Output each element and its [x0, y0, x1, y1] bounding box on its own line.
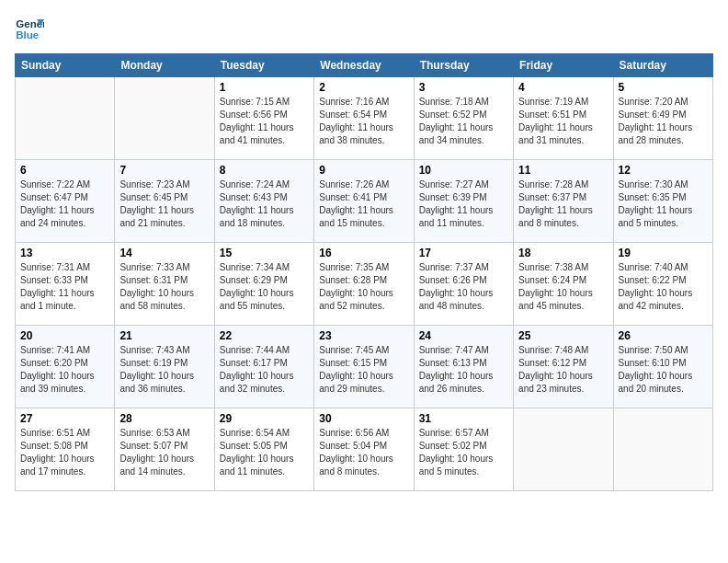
day-detail: Sunrise: 7:31 AMSunset: 6:33 PMDaylight:… [20, 261, 109, 313]
calendar-cell: 14Sunrise: 7:33 AMSunset: 6:31 PMDayligh… [115, 243, 214, 326]
day-number: 23 [319, 329, 408, 342]
calendar-cell: 24Sunrise: 7:47 AMSunset: 6:13 PMDayligh… [414, 326, 513, 408]
day-number: 14 [119, 247, 209, 259]
day-detail: Sunrise: 7:24 AMSunset: 6:43 PMDaylight:… [220, 178, 309, 230]
calendar-cell: 20Sunrise: 7:41 AMSunset: 6:20 PMDayligh… [16, 326, 115, 408]
day-detail: Sunrise: 6:51 AMSunset: 5:08 PMDaylight:… [20, 427, 109, 478]
day-detail: Sunrise: 7:15 AMSunset: 6:56 PMDaylight:… [220, 96, 309, 147]
calendar-cell: 21Sunrise: 7:43 AMSunset: 6:19 PMDayligh… [115, 326, 214, 408]
calendar-cell: 6Sunrise: 7:22 AMSunset: 6:47 PMDaylight… [16, 160, 115, 243]
day-number: 18 [518, 247, 608, 259]
day-number: 3 [419, 81, 508, 94]
calendar-cell: 17Sunrise: 7:37 AMSunset: 6:26 PMDayligh… [414, 243, 513, 326]
day-number: 9 [319, 164, 408, 177]
day-detail: Sunrise: 6:57 AMSunset: 5:02 PMDaylight:… [419, 427, 508, 478]
calendar-cell: 19Sunrise: 7:40 AMSunset: 6:22 PMDayligh… [613, 243, 712, 326]
page-header: General Blue [15, 15, 713, 44]
calendar-cell: 25Sunrise: 7:48 AMSunset: 6:12 PMDayligh… [514, 326, 613, 408]
day-number: 11 [518, 164, 608, 177]
day-number: 5 [619, 81, 708, 94]
day-number: 15 [220, 247, 309, 259]
day-detail: Sunrise: 7:50 AMSunset: 6:10 PMDaylight:… [619, 344, 708, 396]
day-detail: Sunrise: 7:44 AMSunset: 6:17 PMDaylight:… [220, 344, 309, 396]
day-detail: Sunrise: 7:45 AMSunset: 6:15 PMDaylight:… [319, 344, 408, 396]
logo: General Blue [15, 15, 44, 44]
day-number: 27 [20, 412, 109, 425]
calendar-cell: 15Sunrise: 7:34 AMSunset: 6:29 PMDayligh… [214, 243, 313, 326]
day-number: 28 [119, 412, 209, 425]
day-detail: Sunrise: 7:28 AMSunset: 6:37 PMDaylight:… [518, 178, 608, 230]
day-number: 8 [220, 164, 309, 177]
calendar-cell: 27Sunrise: 6:51 AMSunset: 5:08 PMDayligh… [16, 408, 115, 491]
weekday-header: Friday [514, 54, 613, 77]
day-number: 31 [419, 412, 508, 425]
calendar-cell: 8Sunrise: 7:24 AMSunset: 6:43 PMDaylight… [214, 160, 313, 243]
svg-text:Blue: Blue [16, 29, 40, 40]
day-detail: Sunrise: 7:20 AMSunset: 6:49 PMDaylight:… [619, 96, 708, 147]
day-number: 26 [619, 329, 708, 342]
day-number: 24 [419, 329, 508, 342]
calendar-cell: 23Sunrise: 7:45 AMSunset: 6:15 PMDayligh… [314, 326, 414, 408]
weekday-header: Saturday [613, 54, 712, 77]
calendar-cell: 28Sunrise: 6:53 AMSunset: 5:07 PMDayligh… [115, 408, 214, 491]
day-detail: Sunrise: 7:38 AMSunset: 6:24 PMDaylight:… [518, 261, 608, 313]
calendar-cell: 13Sunrise: 7:31 AMSunset: 6:33 PMDayligh… [16, 243, 115, 326]
weekday-header: Monday [115, 54, 214, 77]
calendar-cell: 22Sunrise: 7:44 AMSunset: 6:17 PMDayligh… [214, 326, 313, 408]
day-detail: Sunrise: 7:33 AMSunset: 6:31 PMDaylight:… [119, 261, 209, 313]
calendar-cell [613, 408, 712, 491]
day-detail: Sunrise: 6:56 AMSunset: 5:04 PMDaylight:… [319, 427, 408, 478]
day-number: 25 [518, 329, 608, 342]
day-detail: Sunrise: 7:16 AMSunset: 6:54 PMDaylight:… [319, 96, 408, 147]
day-detail: Sunrise: 7:48 AMSunset: 6:12 PMDaylight:… [518, 344, 608, 396]
calendar-table: SundayMondayTuesdayWednesdayThursdayFrid… [15, 53, 713, 491]
calendar-cell: 5Sunrise: 7:20 AMSunset: 6:49 PMDaylight… [613, 77, 712, 160]
weekday-header: Wednesday [314, 54, 414, 77]
day-number: 10 [419, 164, 508, 177]
day-detail: Sunrise: 7:27 AMSunset: 6:39 PMDaylight:… [419, 178, 508, 230]
day-detail: Sunrise: 7:35 AMSunset: 6:28 PMDaylight:… [319, 261, 408, 313]
calendar-cell: 16Sunrise: 7:35 AMSunset: 6:28 PMDayligh… [314, 243, 414, 326]
day-number: 16 [319, 247, 408, 259]
day-number: 30 [319, 412, 408, 425]
day-number: 20 [20, 329, 109, 342]
calendar-cell: 7Sunrise: 7:23 AMSunset: 6:45 PMDaylight… [115, 160, 214, 243]
calendar-cell: 2Sunrise: 7:16 AMSunset: 6:54 PMDaylight… [314, 77, 414, 160]
calendar-cell: 10Sunrise: 7:27 AMSunset: 6:39 PMDayligh… [414, 160, 513, 243]
calendar-cell: 29Sunrise: 6:54 AMSunset: 5:05 PMDayligh… [214, 408, 313, 491]
calendar-cell: 18Sunrise: 7:38 AMSunset: 6:24 PMDayligh… [514, 243, 613, 326]
day-detail: Sunrise: 7:34 AMSunset: 6:29 PMDaylight:… [220, 261, 309, 313]
calendar-cell: 31Sunrise: 6:57 AMSunset: 5:02 PMDayligh… [414, 408, 513, 491]
day-number: 6 [20, 164, 109, 177]
day-detail: Sunrise: 7:22 AMSunset: 6:47 PMDaylight:… [20, 178, 109, 230]
weekday-header: Tuesday [214, 54, 313, 77]
calendar-cell [514, 408, 613, 491]
day-number: 13 [20, 247, 109, 259]
day-number: 22 [220, 329, 309, 342]
day-detail: Sunrise: 7:40 AMSunset: 6:22 PMDaylight:… [619, 261, 708, 313]
calendar-cell [16, 77, 115, 160]
calendar-cell: 9Sunrise: 7:26 AMSunset: 6:41 PMDaylight… [314, 160, 414, 243]
weekday-header: Sunday [16, 54, 115, 77]
calendar-cell: 26Sunrise: 7:50 AMSunset: 6:10 PMDayligh… [613, 326, 712, 408]
day-detail: Sunrise: 7:30 AMSunset: 6:35 PMDaylight:… [619, 178, 708, 230]
day-detail: Sunrise: 6:53 AMSunset: 5:07 PMDaylight:… [119, 427, 209, 478]
day-detail: Sunrise: 7:23 AMSunset: 6:45 PMDaylight:… [119, 178, 209, 230]
day-number: 7 [119, 164, 209, 177]
calendar-cell [115, 77, 214, 160]
calendar-cell: 30Sunrise: 6:56 AMSunset: 5:04 PMDayligh… [314, 408, 414, 491]
day-number: 1 [220, 81, 309, 94]
calendar-cell: 11Sunrise: 7:28 AMSunset: 6:37 PMDayligh… [514, 160, 613, 243]
calendar-cell: 3Sunrise: 7:18 AMSunset: 6:52 PMDaylight… [414, 77, 513, 160]
day-number: 19 [619, 247, 708, 259]
day-number: 4 [518, 81, 608, 94]
day-number: 17 [419, 247, 508, 259]
day-number: 21 [119, 329, 209, 342]
day-detail: Sunrise: 7:18 AMSunset: 6:52 PMDaylight:… [419, 96, 508, 147]
calendar-cell: 1Sunrise: 7:15 AMSunset: 6:56 PMDaylight… [214, 77, 313, 160]
day-detail: Sunrise: 7:26 AMSunset: 6:41 PMDaylight:… [319, 178, 408, 230]
day-detail: Sunrise: 7:43 AMSunset: 6:19 PMDaylight:… [119, 344, 209, 396]
day-detail: Sunrise: 7:19 AMSunset: 6:51 PMDaylight:… [518, 96, 608, 147]
day-number: 12 [619, 164, 708, 177]
day-detail: Sunrise: 6:54 AMSunset: 5:05 PMDaylight:… [220, 427, 309, 478]
